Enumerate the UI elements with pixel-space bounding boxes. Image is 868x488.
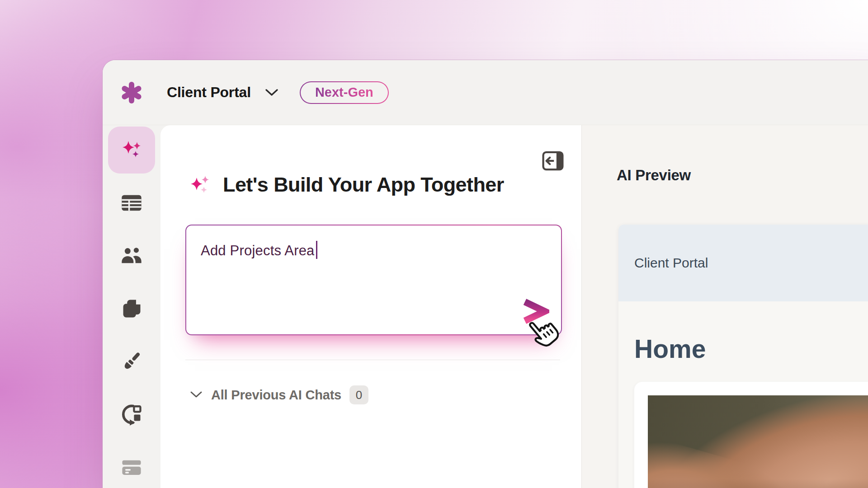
sidebar-item-pages[interactable]	[108, 285, 155, 332]
asterisk-logo-icon[interactable]	[119, 80, 144, 105]
app-window: Client Portal Next-Gen	[103, 60, 868, 488]
files-icon	[120, 297, 143, 320]
credit-card-icon	[120, 455, 143, 479]
builder-heading: Let's Build Your App Together	[223, 173, 504, 197]
preview-app-header: Client Portal	[618, 225, 868, 301]
sparkles-icon	[189, 173, 212, 197]
users-icon	[120, 244, 143, 267]
sidebar-item-users[interactable]	[108, 232, 155, 279]
preview-page-title: Home	[634, 334, 868, 364]
previous-chats-count-badge: 0	[349, 385, 368, 404]
paintbrush-icon	[120, 350, 143, 373]
ai-prompt-input[interactable]: Add Projects Area	[185, 225, 562, 335]
top-bar: Client Portal Next-Gen	[103, 60, 868, 125]
sidebar-item-ai-builder[interactable]	[108, 127, 155, 174]
chevron-down-icon	[189, 390, 203, 399]
app-title[interactable]: Client Portal	[167, 84, 251, 101]
table-icon	[120, 191, 143, 215]
hand-photo	[648, 395, 868, 488]
preview-page-body: Home	[618, 301, 868, 488]
previous-chats-label: All Previous AI Chats	[211, 388, 341, 403]
preview-media-card	[634, 382, 868, 488]
sidebar-item-billing[interactable]	[108, 444, 155, 488]
content-area: Let's Build Your App Together Add Projec…	[103, 125, 868, 488]
builder-heading-row: Let's Build Your App Together	[189, 173, 504, 197]
app-preview-card: Client Portal Home	[618, 225, 868, 488]
collapse-panel-button[interactable]	[541, 149, 565, 173]
desktop-background: { "topbar": { "logo_icon": "asterisk-log…	[0, 0, 868, 488]
sidebar	[103, 125, 160, 488]
previous-chats-toggle[interactable]: All Previous AI Chats 0	[189, 385, 368, 404]
send-arrow-icon	[525, 302, 545, 321]
photo-wrist-shape	[648, 431, 823, 488]
ai-preview-panel: AI Preview Client Portal Home	[581, 125, 868, 488]
ai-sparkles-icon	[120, 138, 143, 162]
chevron-down-icon[interactable]	[264, 88, 279, 97]
ai-builder-panel: Let's Build Your App Together Add Projec…	[160, 125, 581, 488]
workflow-icon	[120, 403, 143, 426]
prompt-input-value: Add Projects Area	[201, 243, 315, 258]
text-caret	[316, 241, 317, 259]
sidebar-item-workflows[interactable]	[108, 391, 155, 438]
next-gen-badge-label: Next-Gen	[315, 85, 373, 100]
photo-hand-shape	[648, 395, 868, 488]
sidebar-item-tables[interactable]	[108, 179, 155, 226]
preview-title: AI Preview	[617, 167, 691, 184]
preview-app-name: Client Portal	[634, 255, 708, 271]
next-gen-badge: Next-Gen	[300, 81, 389, 104]
send-button[interactable]	[520, 298, 549, 324]
collapse-panel-left-icon	[541, 149, 565, 173]
sidebar-item-styles[interactable]	[108, 338, 155, 385]
section-divider	[185, 360, 560, 360]
